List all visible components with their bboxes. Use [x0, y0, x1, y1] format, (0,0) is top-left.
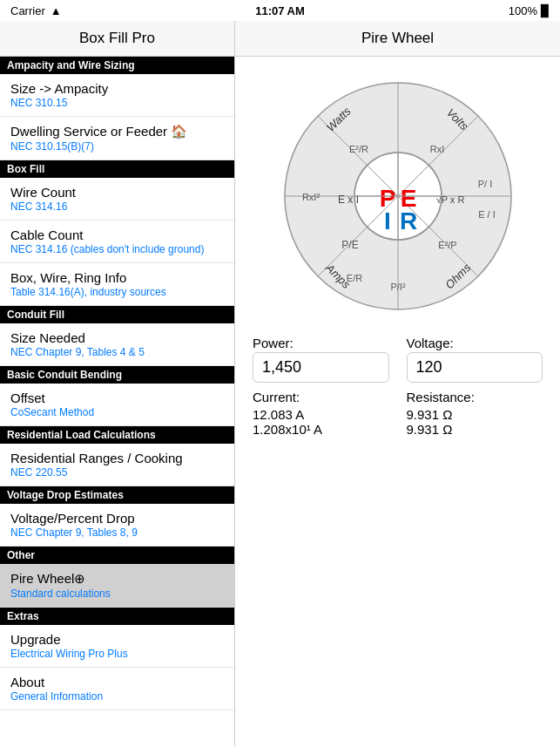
item-subtitle: NEC Chapter 9, Tables 4 & 5 [10, 346, 224, 358]
section-header-extras: Extras [0, 608, 234, 625]
right-panel: Pire Wheel [235, 21, 560, 747]
item-title: Size -> Ampacity [10, 81, 224, 96]
pire-wheel: Watts Volts E²/R RxI RxI² P/ I E x I √P … [276, 74, 520, 318]
section-header-other: Other [0, 547, 234, 564]
time-label: 11:07 AM [255, 4, 305, 17]
voltage-label: Voltage: [407, 336, 543, 350]
e-over-i-label: E / I [478, 209, 496, 220]
resistance-group: Resistance: 9.931 Ω 9.931 Ω [407, 390, 543, 437]
item-title: About [10, 675, 224, 689]
menu-item-pire-wheel[interactable]: Pire Wheel⊕ Standard calculations [0, 564, 234, 608]
main-container: Box Fill Pro Ampacity and Wire Sizing Si… [0, 21, 560, 747]
resistance-value1: 9.931 Ω [407, 407, 543, 422]
results-area: Power: Voltage: Current: 12.083 A 1.208x… [235, 327, 560, 747]
menu-item-voltage-percent-drop[interactable]: Voltage/Percent Drop NEC Chapter 9, Tabl… [0, 504, 234, 547]
current-resistance-row: Current: 12.083 A 1.208x10¹ A Resistance… [253, 390, 543, 437]
item-title: Pire Wheel⊕ [10, 571, 224, 587]
item-title: Cable Count [10, 227, 224, 242]
power-input[interactable] [253, 352, 389, 383]
section-header-conduit-fill: Conduit Fill [0, 306, 234, 323]
sidebar: Box Fill Pro Ampacity and Wire Sizing Si… [0, 21, 235, 747]
item-subtitle: NEC 314.16 [10, 200, 224, 213]
item-subtitle: Standard calculations [10, 587, 224, 600]
menu-item-box-wire-ring[interactable]: Box, Wire, Ring Info Table 314.16(A), in… [0, 263, 234, 306]
menu-item-dwelling[interactable]: Dwelling Service or Feeder 🏠 NEC 310.15(… [0, 117, 234, 160]
p-over-i2-label: P/I² [390, 282, 405, 292]
sidebar-title: Box Fill Pro [0, 21, 234, 57]
item-title: Size Needed [10, 330, 224, 345]
item-title: Offset [10, 390, 224, 405]
item-title: Upgrade [10, 632, 224, 647]
item-subtitle: NEC Chapter 9, Tables 8, 9 [10, 526, 224, 539]
current-value1: 12.083 A [253, 407, 389, 422]
pire-wheel-container: Watts Volts E²/R RxI RxI² P/ I E x I √P … [235, 57, 560, 327]
i-center-label: I [384, 207, 391, 234]
menu-item-wire-count[interactable]: Wire Count NEC 314.16 [0, 178, 234, 221]
power-label: Power: [253, 336, 389, 350]
current-label: Current: [253, 390, 389, 404]
power-group: Power: [253, 336, 389, 383]
power-voltage-row: Power: Voltage: [253, 336, 543, 383]
section-header-voltage-drop: Voltage Drop Estimates [0, 486, 234, 504]
item-subtitle: Electrical Wiring Pro Plus [10, 648, 224, 660]
item-subtitle: NEC 310.15 [10, 97, 224, 109]
battery-label: 100% [509, 4, 537, 17]
voltage-input[interactable] [407, 352, 543, 383]
wheel-svg: Watts Volts E²/R RxI RxI² P/ I E x I √P … [276, 74, 520, 318]
item-title: Wire Count [10, 185, 224, 200]
rxi-label: RxI [429, 144, 444, 154]
menu-item-offset[interactable]: Offset CoSecant Method [0, 384, 234, 426]
item-subtitle: CoSecant Method [10, 406, 224, 418]
section-header-box-fill: Box Fill [0, 160, 234, 178]
current-group: Current: 12.083 A 1.208x10¹ A [253, 390, 389, 437]
voltage-group: Voltage: [407, 336, 543, 383]
battery-icon: ▉ [541, 4, 550, 17]
menu-item-size-ampacity[interactable]: Size -> Ampacity NEC 310.15 [0, 74, 234, 117]
item-title: Dwelling Service or Feeder 🏠 [10, 124, 224, 139]
item-subtitle: Table 314.16(A), industry sources [10, 286, 224, 298]
section-header-ampacity: Ampacity and Wire Sizing [0, 57, 234, 74]
item-subtitle: NEC 310.15(B)(7) [10, 140, 224, 153]
p-over-i-top-label: P/ I [477, 179, 492, 189]
menu-item-ranges-cooking[interactable]: Residential Ranges / Cooking NEC 220.55 [0, 444, 234, 486]
section-header-residential: Residential Load Calculations [0, 426, 234, 444]
p-over-e-label: P/E [341, 239, 358, 251]
status-bar: Carrier ▲ 11:07 AM 100% ▉ [0, 0, 560, 21]
item-title: Voltage/Percent Drop [10, 511, 224, 526]
wifi-icon: ▲ [51, 4, 62, 17]
section-header-conduit-bending: Basic Conduit Bending [0, 366, 234, 384]
item-subtitle: NEC 314.16 (cables don't include ground) [10, 243, 224, 255]
resistance-label: Resistance: [407, 390, 543, 404]
rxi2-label: RxI² [301, 192, 320, 202]
resistance-value2: 9.931 Ω [407, 422, 543, 437]
e2r-label: E²/R [349, 144, 368, 154]
menu-item-size-needed[interactable]: Size Needed NEC Chapter 9, Tables 4 & 5 [0, 323, 234, 366]
e2-over-p-label: E²/P [438, 240, 456, 250]
item-title: Box, Wire, Ring Info [10, 270, 224, 285]
item-subtitle: NEC 220.55 [10, 466, 224, 479]
item-subtitle: General Information [10, 690, 224, 703]
carrier-label: Carrier [10, 4, 45, 17]
menu-item-upgrade[interactable]: Upgrade Electrical Wiring Pro Plus [0, 625, 234, 668]
right-panel-title: Pire Wheel [235, 21, 560, 57]
item-title: Residential Ranges / Cooking [10, 451, 224, 465]
menu-item-cable-count[interactable]: Cable Count NEC 314.16 (cables don't inc… [0, 221, 234, 263]
menu-item-about[interactable]: About General Information [0, 668, 234, 710]
r-center-label: R [399, 207, 416, 234]
current-value2: 1.208x10¹ A [253, 422, 389, 437]
